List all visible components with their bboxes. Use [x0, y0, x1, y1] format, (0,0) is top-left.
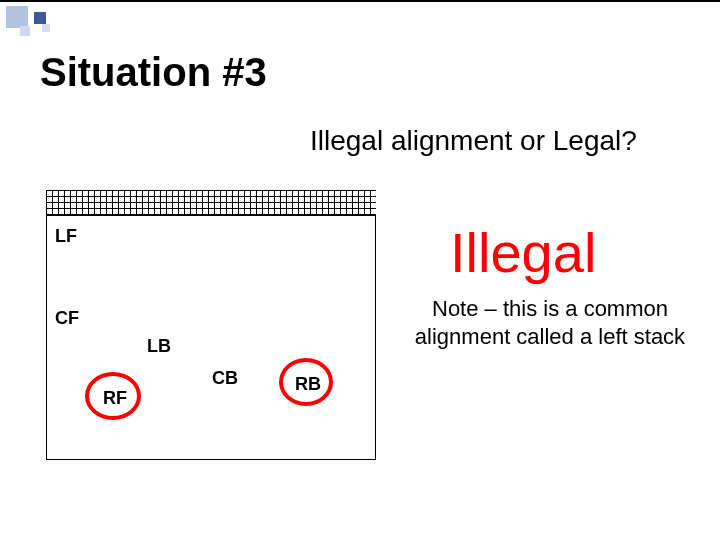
position-lb: LB: [147, 336, 171, 357]
title-rule: [0, 0, 720, 2]
note-text: Note – this is a common alignment called…: [400, 295, 700, 350]
verdict-text: Illegal: [450, 220, 596, 285]
court-box: LF CF LB CB RB RF: [46, 216, 376, 460]
highlight-ring-rf: [85, 372, 141, 420]
position-lf: LF: [55, 226, 77, 247]
position-cf: CF: [55, 308, 79, 329]
net-icon: [46, 190, 376, 216]
question-text: Illegal alignment or Legal?: [310, 125, 637, 157]
position-cb: CB: [212, 368, 238, 389]
court-diagram: LF CF LB CB RB RF: [46, 190, 376, 460]
slide: Situation #3 Illegal alignment or Legal?…: [0, 0, 720, 540]
highlight-ring-rb: [279, 358, 333, 406]
slide-title: Situation #3: [40, 50, 267, 95]
corner-squares-icon: [6, 6, 66, 36]
